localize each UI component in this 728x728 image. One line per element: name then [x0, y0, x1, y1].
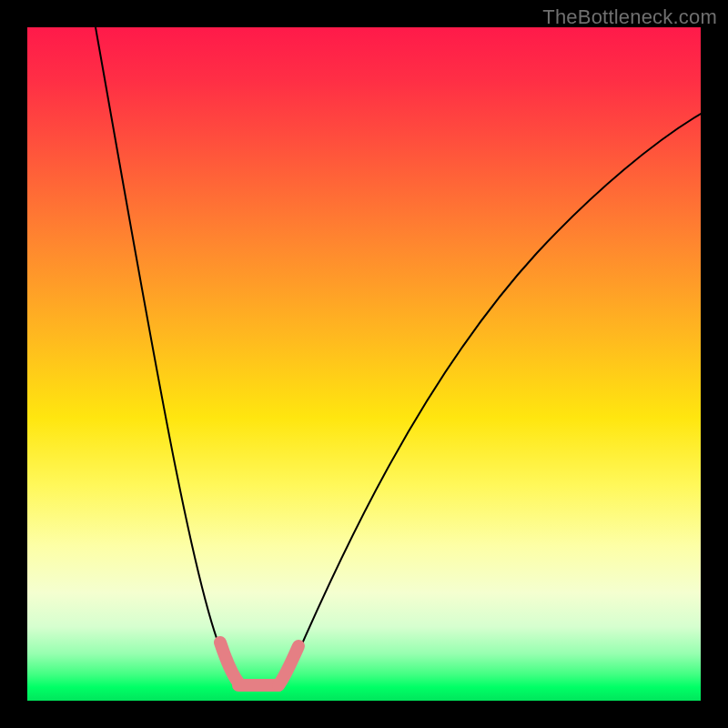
bottleneck-curve	[96, 27, 701, 687]
highlight-right	[278, 646, 298, 685]
curve-layer	[27, 27, 701, 701]
plot-area	[27, 27, 701, 701]
highlight-left	[220, 642, 238, 682]
chart-frame: TheBottleneck.com	[0, 0, 728, 728]
watermark-text: TheBottleneck.com	[542, 5, 717, 29]
